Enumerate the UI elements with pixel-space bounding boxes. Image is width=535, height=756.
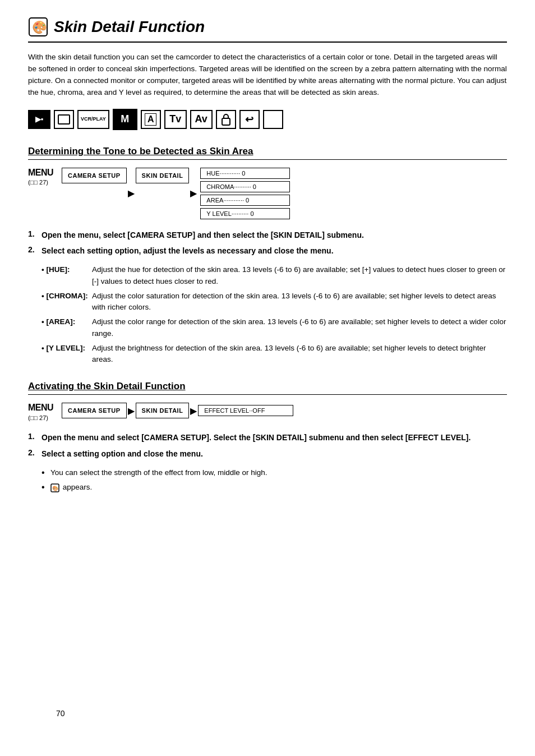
svg-text:🎨: 🎨: [30, 20, 49, 35]
camera-setup-box-1: CAMERA SETUP: [62, 168, 127, 183]
mode-av-icon: Av: [190, 110, 213, 129]
section1-bullets: • [HUE]: Adjust the hue for detection of…: [28, 264, 507, 365]
mode-a-icon: A: [141, 110, 161, 129]
section1-heading: Determining the Tone to be Detected as S…: [28, 146, 507, 160]
menu-label-1: MENU (□□ 27): [28, 168, 57, 187]
section2-heading: Activating the Skin Detail Function: [28, 381, 507, 395]
mode-back-icon: ↩: [239, 110, 260, 129]
effect-level-box: EFFECT LEVEL··OFF: [198, 405, 293, 416]
option-ylevel: Y LEVEL·········· 0: [200, 208, 290, 219]
menu-diagram-1: MENU (□□ 27) CAMERA SETUP ▶ SKIN DETAIL …: [28, 168, 507, 219]
section2-bullets: • You can select the strength of the eff…: [28, 467, 507, 494]
svg-text:🎨: 🎨: [52, 485, 59, 492]
vcr-play-icon: VCR/ PLAY: [77, 110, 109, 129]
skin-detail-box-2: SKIN DETAIL: [136, 403, 190, 418]
bullet-ylevel: • [Y LEVEL]: Adjust the brightness for d…: [41, 343, 507, 366]
bullet-hue: • [HUE]: Adjust the hue for detection of…: [41, 264, 507, 287]
mode-lock-icon: [216, 110, 236, 129]
options-col-1: HUE············ 0 CHROMA·········· 0 ARE…: [200, 168, 290, 219]
bullet-chroma: • [CHROMA]: Adjust the color saturation …: [41, 291, 507, 314]
intro-text: With the skin detail function you can se…: [28, 52, 507, 99]
svg-rect-2: [58, 115, 70, 124]
mode-m-icon: M: [113, 109, 137, 130]
arrow-3: ▶: [128, 405, 135, 416]
page-header: 🎨 Skin Detail Function: [28, 17, 507, 43]
bullet-area: • [AREA]: Adjust the color range for det…: [41, 316, 507, 339]
arrow-1: ▶: [128, 188, 135, 199]
mode-blank-icon: [263, 110, 283, 129]
page-number: 70: [56, 709, 65, 718]
menu-chain-2: CAMERA SETUP ▶ SKIN DETAIL ▶ EFFECT LEVE…: [62, 403, 293, 418]
bullet-strength: • You can select the strength of the eff…: [41, 467, 507, 478]
menu-chain-1: CAMERA SETUP ▶ SKIN DETAIL ▶ HUE········…: [62, 168, 507, 219]
section2-steps: 1. Open the menu and select [CAMERA SETU…: [28, 432, 507, 459]
mode-bar: ▶▪ VCR/ PLAY M A Tv Av ↩: [28, 109, 507, 130]
svg-rect-3: [222, 118, 230, 125]
section1: Determining the Tone to be Detected as S…: [28, 146, 507, 366]
bullet-appears: • 🎨 appears.: [41, 482, 507, 493]
camera-setup-box-2: CAMERA SETUP: [62, 403, 127, 418]
section1-steps: 1. Open the menu, select [CAMERA SETUP] …: [28, 229, 507, 257]
step2-2: 2. Select a setting option and close the…: [28, 448, 507, 459]
arrow-4: ▶: [190, 405, 197, 416]
step1-2: 2. Select each setting option, adjust th…: [28, 245, 507, 256]
option-area: AREA············ 0: [200, 195, 290, 206]
page-title: Skin Detail Function: [54, 18, 205, 36]
step1-1: 1. Open the menu, select [CAMERA SETUP] …: [28, 229, 507, 241]
option-hue: HUE············ 0: [200, 168, 290, 179]
arrow-2: ▶: [190, 188, 197, 199]
menu-label-2: MENU (□□ 27): [28, 403, 57, 422]
skin-detail-small-icon: 🎨: [50, 483, 59, 492]
section2: Activating the Skin Detail Function MENU…: [28, 381, 507, 493]
screen-rect-icon: [54, 110, 74, 129]
skin-detail-icon: 🎨: [28, 17, 48, 37]
step2-1: 1. Open the menu and select [CAMERA SETU…: [28, 432, 507, 443]
mode-tv-icon: Tv: [164, 110, 187, 129]
option-chroma: CHROMA·········· 0: [200, 181, 290, 192]
menu-diagram-2: MENU (□□ 27) CAMERA SETUP ▶ SKIN DETAIL …: [28, 403, 507, 422]
skin-detail-box-1: SKIN DETAIL: [136, 168, 190, 183]
vcr-mode-icon: ▶▪: [28, 110, 50, 129]
